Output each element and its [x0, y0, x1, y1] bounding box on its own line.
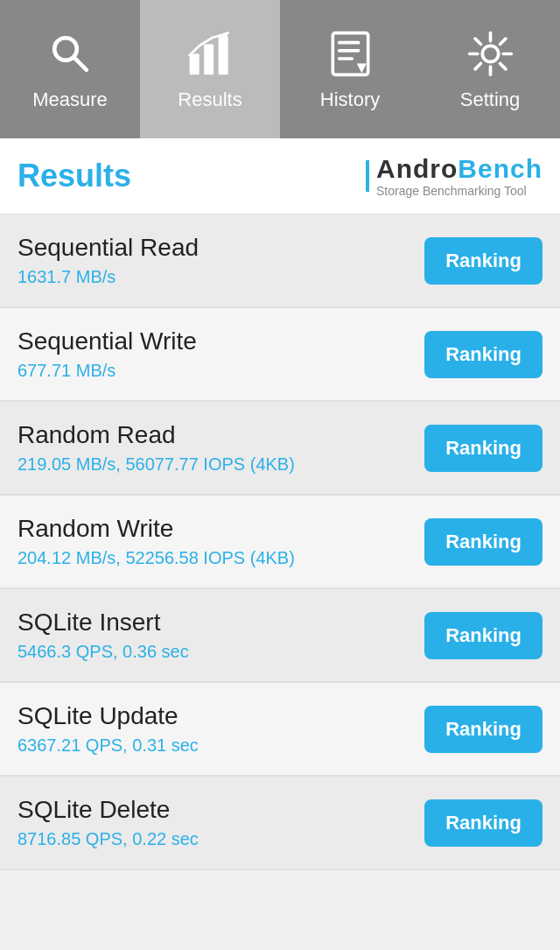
result-item: Sequential Write 677.71 MB/s Ranking [0, 308, 560, 402]
ranking-button[interactable]: Ranking [424, 518, 542, 566]
result-name: Sequential Write [18, 327, 197, 355]
svg-line-17 [500, 63, 505, 68]
svg-rect-2 [189, 53, 199, 74]
logo-bar [366, 160, 369, 192]
logo-bench: Bench [458, 154, 542, 183]
page-header: Results AndroBench Storage Benchmarking … [0, 138, 560, 215]
nav-label-history: History [320, 88, 380, 111]
result-info: Random Write 204.12 MB/s, 52256.58 IOPS … [18, 515, 295, 568]
page-title: Results [18, 158, 131, 194]
results-list: Sequential Read 1631.7 MB/s Ranking Sequ… [0, 215, 560, 870]
nav-item-measure[interactable]: Measure [0, 0, 140, 138]
svg-rect-3 [204, 44, 214, 74]
ranking-button[interactable]: Ranking [424, 799, 542, 847]
svg-line-19 [475, 63, 480, 68]
logo-name: AndroBench [376, 154, 542, 184]
nav-item-setting[interactable]: Setting [420, 0, 560, 138]
result-item: SQLite Delete 8716.85 QPS, 0.22 sec Rank… [0, 777, 560, 870]
result-item: SQLite Update 6367.21 QPS, 0.31 sec Rank… [0, 683, 560, 777]
svg-marker-10 [356, 63, 366, 73]
result-name: SQLite Insert [18, 609, 189, 637]
ranking-button[interactable]: Ranking [424, 706, 542, 753]
svg-point-11 [482, 46, 498, 61]
result-name: SQLite Delete [18, 796, 199, 824]
search-icon [44, 27, 96, 80]
result-value: 6367.21 QPS, 0.31 sec [18, 735, 199, 756]
result-info: SQLite Update 6367.21 QPS, 0.31 sec [18, 702, 199, 756]
logo-subtitle: Storage Benchmarking Tool [376, 184, 527, 198]
result-info: SQLite Insert 5466.3 QPS, 0.36 sec [18, 609, 189, 662]
svg-rect-7 [337, 40, 360, 44]
ranking-button[interactable]: Ranking [424, 331, 542, 378]
result-value: 8716.85 QPS, 0.22 sec [18, 829, 199, 849]
logo-andro: Andro [376, 154, 458, 183]
result-value: 204.12 MB/s, 52256.58 IOPS (4KB) [18, 548, 295, 568]
result-item: SQLite Insert 5466.3 QPS, 0.36 sec Ranki… [0, 589, 560, 683]
result-value: 677.71 MB/s [18, 361, 197, 381]
ranking-button[interactable]: Ranking [424, 425, 542, 472]
nav-label-setting: Setting [460, 88, 521, 111]
result-item: Random Write 204.12 MB/s, 52256.58 IOPS … [0, 496, 560, 589]
logo-wrapper: AndroBench Storage Benchmarking Tool [366, 154, 542, 198]
result-name: Sequential Read [18, 234, 199, 262]
nav-item-history[interactable]: History [280, 0, 420, 138]
header-logo: AndroBench Storage Benchmarking Tool [376, 154, 542, 198]
result-name: SQLite Update [18, 702, 199, 730]
chart-icon [184, 27, 236, 80]
nav-bar: Measure Results History [0, 0, 560, 138]
svg-rect-9 [337, 57, 353, 60]
result-info: SQLite Delete 8716.85 QPS, 0.22 sec [18, 796, 199, 849]
svg-line-16 [475, 39, 480, 44]
ranking-button[interactable]: Ranking [424, 612, 542, 659]
result-name: Random Read [18, 421, 295, 449]
result-value: 1631.7 MB/s [18, 267, 199, 287]
history-icon [324, 27, 376, 80]
nav-item-results[interactable]: Results [140, 0, 280, 138]
nav-label-results: Results [178, 88, 242, 111]
result-info: Random Read 219.05 MB/s, 56077.77 IOPS (… [18, 421, 295, 475]
nav-label-measure: Measure [32, 88, 108, 111]
result-item: Random Read 219.05 MB/s, 56077.77 IOPS (… [0, 402, 560, 496]
svg-rect-8 [337, 49, 360, 53]
svg-line-1 [74, 57, 87, 70]
result-value: 5466.3 QPS, 0.36 sec [18, 642, 189, 662]
result-info: Sequential Read 1631.7 MB/s [18, 234, 199, 287]
result-item: Sequential Read 1631.7 MB/s Ranking [0, 215, 560, 308]
svg-rect-4 [218, 36, 228, 74]
setting-icon [464, 27, 516, 80]
result-value: 219.05 MB/s, 56077.77 IOPS (4KB) [18, 454, 295, 475]
result-info: Sequential Write 677.71 MB/s [18, 327, 197, 381]
ranking-button[interactable]: Ranking [424, 237, 542, 285]
svg-line-18 [500, 39, 505, 44]
result-name: Random Write [18, 515, 295, 543]
